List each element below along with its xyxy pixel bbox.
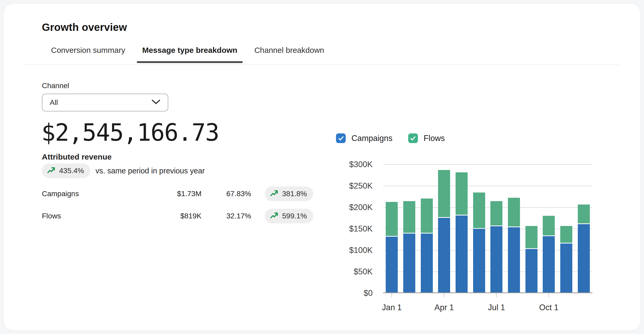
bar-segment-flows-feb[interactable] xyxy=(403,201,415,233)
y-axis-tick-label: $50K xyxy=(354,267,373,276)
x-axis-tick-label: Apr 1 xyxy=(434,303,454,312)
row-label: Campaigns xyxy=(42,190,128,198)
bar-nov[interactable] xyxy=(560,226,572,292)
tab-message-type-breakdown[interactable]: Message type breakdown xyxy=(137,45,242,55)
bar-segment-campaigns-oct[interactable] xyxy=(543,236,555,292)
channel-select[interactable]: All xyxy=(42,94,168,111)
attributed-revenue-label: Attributed revenue xyxy=(42,152,112,161)
bar-segment-campaigns-mar[interactable] xyxy=(421,234,433,292)
legend-label: Campaigns xyxy=(351,134,393,143)
bar-segment-campaigns-may[interactable] xyxy=(456,216,468,292)
bar-segment-campaigns-apr[interactable] xyxy=(438,218,450,292)
bar-oct[interactable] xyxy=(543,216,555,292)
y-axis-tick-label: $250K xyxy=(349,181,373,191)
bar-segment-flows-jun[interactable] xyxy=(473,193,485,228)
row-change-value: 599.1% xyxy=(282,212,307,220)
check-icon xyxy=(410,135,416,142)
trend-up-icon xyxy=(270,188,279,200)
legend-item-flows[interactable]: Flows xyxy=(408,133,445,143)
bar-jun[interactable] xyxy=(473,193,485,292)
bar-jul[interactable] xyxy=(490,201,502,292)
kpi-change-badge: 435.4% xyxy=(42,163,90,178)
row-label: Flows xyxy=(42,212,128,220)
bar-segment-campaigns-jul[interactable] xyxy=(490,226,502,292)
bar-segment-flows-apr[interactable] xyxy=(438,170,450,217)
trend-up-icon xyxy=(270,211,279,222)
x-axis-tick xyxy=(391,293,392,297)
channel-filter-label: Channel xyxy=(42,82,69,90)
bar-segment-flows-may[interactable] xyxy=(456,172,468,215)
gridline xyxy=(383,164,592,165)
kpi-comparison-text: vs. same period in previous year xyxy=(96,167,205,175)
bar-segment-campaigns-dec[interactable] xyxy=(578,224,590,292)
x-axis-tick xyxy=(496,293,497,297)
gridline xyxy=(383,186,592,186)
row-change-badge: 599.1% xyxy=(265,209,313,223)
x-axis-tick-label: Jan 1 xyxy=(382,303,402,312)
page-title: Growth overview xyxy=(42,21,127,33)
row-value: $819K xyxy=(128,212,201,220)
bar-segment-campaigns-sep[interactable] xyxy=(525,249,537,292)
bar-aug[interactable] xyxy=(508,198,520,292)
bar-apr[interactable] xyxy=(438,170,450,292)
tab-bar: Conversion summary Message type breakdow… xyxy=(46,45,329,55)
bar-segment-flows-dec[interactable] xyxy=(578,205,590,223)
bar-mar[interactable] xyxy=(421,199,433,292)
y-axis-tick-label: $100K xyxy=(349,246,373,255)
bar-jan[interactable] xyxy=(386,202,398,292)
bar-segment-campaigns-aug[interactable] xyxy=(508,227,520,292)
bar-segment-flows-sep[interactable] xyxy=(525,226,537,248)
y-axis-tick-label: $300K xyxy=(349,160,373,169)
x-axis-tick-label: Oct 1 xyxy=(539,303,558,312)
x-axis-tick xyxy=(548,293,549,297)
trend-up-icon xyxy=(47,165,56,177)
tab-conversion-summary[interactable]: Conversion summary xyxy=(46,45,130,55)
kpi-change-value: 435.4% xyxy=(59,167,84,175)
check-icon xyxy=(338,135,344,142)
header-divider xyxy=(25,64,619,65)
bar-segment-flows-nov[interactable] xyxy=(560,226,572,243)
bar-segment-campaigns-jan[interactable] xyxy=(386,237,398,292)
bar-sep[interactable] xyxy=(525,226,537,292)
y-axis-tick-label: $200K xyxy=(349,203,373,212)
y-axis-tick-label: $150K xyxy=(349,224,373,234)
bar-segment-campaigns-jun[interactable] xyxy=(473,229,485,292)
bar-segment-flows-aug[interactable] xyxy=(508,198,520,227)
bar-segment-campaigns-nov[interactable] xyxy=(560,244,572,292)
bar-may[interactable] xyxy=(456,172,468,292)
tab-channel-breakdown[interactable]: Channel breakdown xyxy=(249,45,329,55)
legend-item-campaigns[interactable]: Campaigns xyxy=(336,133,393,143)
legend-label: Flows xyxy=(424,134,445,143)
x-axis-tick xyxy=(444,293,444,297)
kpi-comparison-row: 435.4% vs. same period in previous year xyxy=(42,163,205,178)
bar-segment-flows-oct[interactable] xyxy=(543,216,555,235)
bar-feb[interactable] xyxy=(403,201,415,292)
x-axis-tick-label: Jul 1 xyxy=(488,303,505,312)
bar-dec[interactable] xyxy=(578,205,590,292)
attributed-revenue-value: $2,545,166.73 xyxy=(41,121,219,144)
bar-segment-flows-jul[interactable] xyxy=(490,201,502,225)
row-share: 67.83% xyxy=(201,190,251,198)
bar-segment-campaigns-feb[interactable] xyxy=(403,234,415,292)
breakdown-row-flows: Flows $819K 32.17% 599.1% xyxy=(42,208,313,224)
chevron-down-icon xyxy=(152,99,160,106)
stacked-bar-chart: $0$50K$100K$150K$200K$250K$300KJan 1Apr … xyxy=(383,165,592,293)
campaigns-checkbox[interactable] xyxy=(336,133,346,143)
breakdown-row-campaigns: Campaigns $1.73M 67.83% 381.8% xyxy=(42,186,313,201)
y-axis-tick-label: $0 xyxy=(364,288,373,298)
bar-segment-flows-jan[interactable] xyxy=(386,202,398,236)
row-value: $1.73M xyxy=(128,190,201,198)
channel-select-value: All xyxy=(50,98,58,107)
flows-checkbox[interactable] xyxy=(408,133,418,143)
chart-legend: Campaigns Flows xyxy=(336,133,445,143)
row-share: 32.17% xyxy=(201,212,251,220)
bar-segment-flows-mar[interactable] xyxy=(421,199,433,233)
row-change-value: 381.8% xyxy=(282,190,307,198)
row-change-badge: 381.8% xyxy=(265,186,313,201)
